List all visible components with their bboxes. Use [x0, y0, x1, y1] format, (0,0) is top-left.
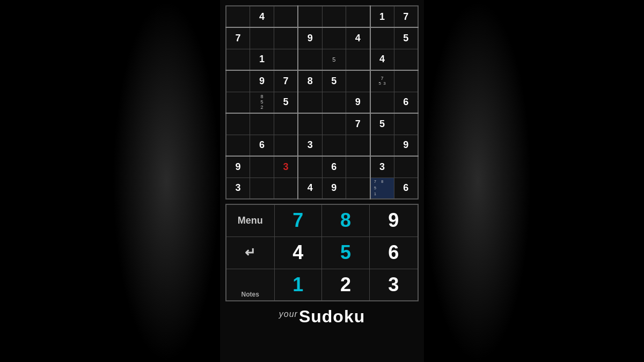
cell-2-2[interactable] — [274, 49, 298, 70]
cell-2-0[interactable] — [226, 49, 250, 70]
numpad-5[interactable]: 5 — [322, 237, 370, 269]
cell-7-2[interactable]: 3 — [274, 156, 298, 178]
brand-logo: yourSudoku — [279, 307, 365, 327]
numpad-8[interactable]: 8 — [322, 204, 370, 237]
cell-5-2[interactable] — [274, 113, 298, 135]
cell-6-6[interactable] — [370, 135, 394, 156]
numpad-2[interactable]: 2 — [322, 269, 370, 301]
cell-7-5[interactable] — [346, 156, 370, 178]
cell-3-1[interactable]: 9 — [250, 70, 274, 92]
numpad-4[interactable]: 4 — [274, 237, 322, 269]
cell-1-0[interactable]: 7 — [226, 27, 250, 49]
cell-7-1[interactable] — [250, 156, 274, 178]
cell-5-1[interactable] — [250, 113, 274, 135]
cell-7-3[interactable] — [298, 156, 322, 178]
cell-7-4[interactable]: 6 — [322, 156, 346, 178]
left-panel — [113, 0, 220, 362]
cell-1-7[interactable]: 5 — [394, 27, 418, 49]
cell-1-4[interactable] — [322, 27, 346, 49]
cell-4-3[interactable] — [298, 92, 322, 113]
notes-cell-3-6: 75 3 — [371, 76, 394, 86]
right-panel — [424, 0, 531, 362]
cell-0-6[interactable]: 1 — [370, 6, 394, 27]
cell-1-3[interactable]: 9 — [298, 27, 322, 49]
game-container: 4 1 7 7 9 4 5 1 — [220, 0, 424, 362]
cell-2-1[interactable]: 1 — [250, 49, 274, 70]
cell-0-1[interactable]: 4 — [250, 6, 274, 27]
cell-3-5[interactable] — [346, 70, 370, 92]
cell-5-3[interactable] — [298, 113, 322, 135]
cell-8-0[interactable]: 3 — [226, 178, 250, 199]
cell-4-7[interactable]: 6 — [394, 92, 418, 113]
cell-5-0[interactable] — [226, 113, 250, 135]
cell-8-1[interactable] — [250, 178, 274, 199]
numpad-9[interactable]: 9 — [369, 204, 418, 237]
cell-2-3[interactable] — [298, 49, 322, 70]
notes-button[interactable]: Notes — [226, 269, 274, 301]
cell-0-3[interactable] — [298, 6, 322, 27]
cell-1-2[interactable] — [274, 27, 298, 49]
cell-0-2[interactable] — [274, 6, 298, 27]
cell-7-7[interactable] — [394, 156, 418, 178]
cell-4-6[interactable] — [370, 92, 394, 113]
cell-6-2[interactable] — [274, 135, 298, 156]
cell-7-6[interactable]: 3 — [370, 156, 394, 178]
cell-3-6[interactable]: 75 3 — [370, 70, 394, 92]
cell-3-0[interactable] — [226, 70, 250, 92]
cell-2-7[interactable] — [394, 49, 418, 70]
cell-7-0[interactable]: 9 — [226, 156, 250, 178]
numpad-3[interactable]: 3 — [369, 269, 418, 301]
cell-5-5[interactable]: 7 — [346, 113, 370, 135]
numpad-7[interactable]: 7 — [274, 204, 322, 237]
cell-0-5[interactable] — [346, 6, 370, 27]
cell-8-2[interactable] — [274, 178, 298, 199]
cell-8-3[interactable]: 4 — [298, 178, 322, 199]
cell-6-7[interactable]: 9 — [394, 135, 418, 156]
notes-cell-4-1: 852 — [250, 94, 274, 110]
notes-cell-8-6: 78 5 1 — [371, 178, 394, 199]
cell-0-4[interactable] — [322, 6, 346, 27]
cell-3-3[interactable]: 8 — [298, 70, 322, 92]
brand-sudoku: Sudoku — [299, 307, 365, 326]
cell-5-6[interactable]: 5 — [370, 113, 394, 135]
cell-8-4[interactable]: 9 — [322, 178, 346, 199]
cell-6-1[interactable]: 6 — [250, 135, 274, 156]
cell-2-4[interactable]: 5 — [322, 49, 346, 70]
cell-6-3[interactable]: 3 — [298, 135, 322, 156]
cell-4-1[interactable]: 852 — [250, 92, 274, 113]
cell-8-6[interactable]: 78 5 1 — [370, 178, 394, 199]
cell-8-7[interactable]: 6 — [394, 178, 418, 199]
cell-4-0[interactable] — [226, 92, 250, 113]
cell-6-5[interactable] — [346, 135, 370, 156]
cell-3-4[interactable]: 5 — [322, 70, 346, 92]
cell-4-2[interactable]: 5 — [274, 92, 298, 113]
cell-0-0[interactable] — [226, 6, 250, 27]
backspace-button[interactable]: ↵ — [226, 237, 274, 269]
cell-5-7[interactable] — [394, 113, 418, 135]
cell-5-4[interactable] — [322, 113, 346, 135]
numpad[interactable]: Menu 7 8 9 ↵ 4 5 6 Notes 1 2 3 — [225, 204, 419, 301]
cell-1-6[interactable] — [370, 27, 394, 49]
cell-3-7[interactable] — [394, 70, 418, 92]
sudoku-grid[interactable]: 4 1 7 7 9 4 5 1 — [225, 5, 419, 200]
cell-4-5[interactable]: 9 — [346, 92, 370, 113]
cell-1-1[interactable] — [250, 27, 274, 49]
numpad-6[interactable]: 6 — [369, 237, 418, 269]
cell-8-5[interactable] — [346, 178, 370, 199]
brand-your: your — [279, 309, 298, 319]
cell-2-5[interactable] — [346, 49, 370, 70]
numpad-1[interactable]: 1 — [274, 269, 322, 301]
cell-3-2[interactable]: 7 — [274, 70, 298, 92]
menu-button[interactable]: Menu — [226, 204, 274, 237]
cell-6-0[interactable] — [226, 135, 250, 156]
cell-2-6[interactable]: 4 — [370, 49, 394, 70]
cell-6-4[interactable] — [322, 135, 346, 156]
cell-1-5[interactable]: 4 — [346, 27, 370, 49]
cell-0-7[interactable]: 7 — [394, 6, 418, 27]
cell-4-4[interactable] — [322, 92, 346, 113]
